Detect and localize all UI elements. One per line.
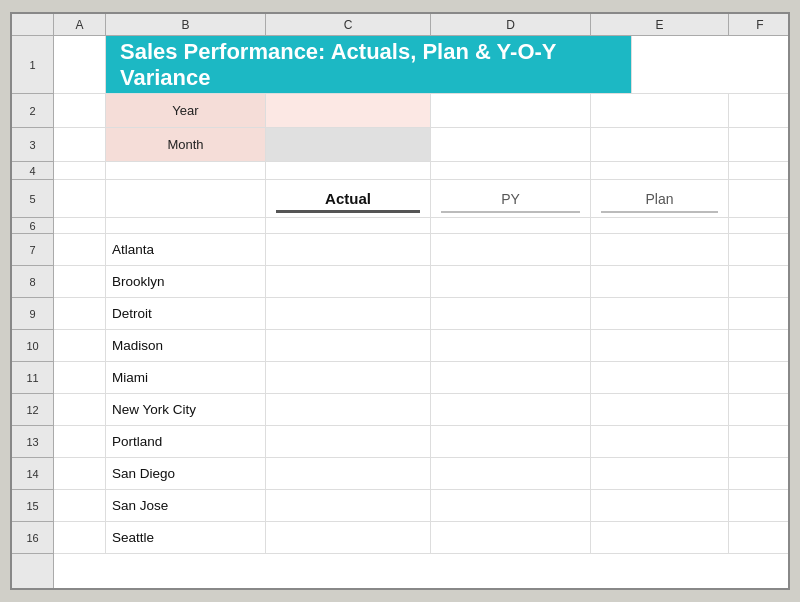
cell-5a: [54, 180, 106, 217]
cell-14d: [431, 458, 591, 489]
plan-underline: [601, 211, 718, 213]
cell-6e: [591, 218, 729, 233]
cell-13a: [54, 426, 106, 457]
row-numbers: 1 2 3 4 5 6 7 8 9 10 11 12 13 14 15 16: [12, 36, 54, 588]
row-15: San Jose: [54, 490, 790, 522]
year-label-text: Year: [172, 103, 198, 118]
row-num-15: 15: [12, 490, 53, 522]
row-num-10: 10: [12, 330, 53, 362]
row-num-3: 3: [12, 128, 53, 162]
cell-11c: [266, 362, 431, 393]
cell-12f: [729, 394, 790, 425]
cell-8a: [54, 266, 106, 297]
month-label: Month: [106, 128, 266, 161]
cell-4c: [266, 162, 431, 179]
cell-9c: [266, 298, 431, 329]
plan-header: Plan: [591, 180, 729, 217]
cell-11d: [431, 362, 591, 393]
cell-11f: [729, 362, 790, 393]
cell-3a: [54, 128, 106, 161]
cell-8f: [729, 266, 790, 297]
cell-7e: [591, 234, 729, 265]
cell-4b: [106, 162, 266, 179]
cell-6b: [106, 218, 266, 233]
cell-7d: [431, 234, 591, 265]
cell-12e: [591, 394, 729, 425]
city-new-york: New York City: [106, 394, 266, 425]
cell-9e: [591, 298, 729, 329]
cell-2e: [591, 94, 729, 127]
py-header: PY: [431, 180, 591, 217]
cell-3e: [591, 128, 729, 161]
cell-12d: [431, 394, 591, 425]
cell-6c: [266, 218, 431, 233]
cell-9f: [729, 298, 790, 329]
cell-7a: [54, 234, 106, 265]
cell-14e: [591, 458, 729, 489]
col-header-b: B: [106, 14, 266, 35]
col-header-f: F: [729, 14, 790, 35]
row-10: Madison: [54, 330, 790, 362]
actual-label: Actual: [325, 190, 371, 207]
cell-14c: [266, 458, 431, 489]
grid-content: Sales Performance: Actuals, Plan & Y-O-Y…: [54, 36, 790, 588]
cell-16d: [431, 522, 591, 553]
cell-12c: [266, 394, 431, 425]
cell-8d: [431, 266, 591, 297]
plan-label: Plan: [645, 191, 673, 207]
column-headers: A B C D E F: [12, 14, 788, 36]
cell-5f: [729, 180, 790, 217]
cell-2a: [54, 94, 106, 127]
city-portland: Portland: [106, 426, 266, 457]
cell-13d: [431, 426, 591, 457]
spreadsheet-title: Sales Performance: Actuals, Plan & Y-O-Y…: [120, 39, 617, 91]
city-detroit: Detroit: [106, 298, 266, 329]
cell-16a: [54, 522, 106, 553]
row-4: [54, 162, 790, 180]
row-13: Portland: [54, 426, 790, 458]
row-7: Atlanta: [54, 234, 790, 266]
row-num-14: 14: [12, 458, 53, 490]
cell-10e: [591, 330, 729, 361]
cell-2f: [729, 94, 790, 127]
cell-15d: [431, 490, 591, 521]
row-5: Actual PY Plan: [54, 180, 790, 218]
year-label: Year: [106, 94, 266, 127]
cell-4f: [729, 162, 790, 179]
cell-12a: [54, 394, 106, 425]
spreadsheet: A B C D E F 1 2 3 4 5 6 7 8 9 10 11 12 1…: [10, 12, 790, 590]
row-1: Sales Performance: Actuals, Plan & Y-O-Y…: [54, 36, 790, 94]
year-input[interactable]: [266, 94, 431, 127]
city-seattle: Seattle: [106, 522, 266, 553]
cell-14a: [54, 458, 106, 489]
cell-10f: [729, 330, 790, 361]
row-num-8: 8: [12, 266, 53, 298]
cell-13e: [591, 426, 729, 457]
cell-8e: [591, 266, 729, 297]
cell-6f: [729, 218, 790, 233]
cell-15f: [729, 490, 790, 521]
cell-15c: [266, 490, 431, 521]
cell-16c: [266, 522, 431, 553]
title-cell: Sales Performance: Actuals, Plan & Y-O-Y…: [106, 36, 632, 93]
cell-9d: [431, 298, 591, 329]
month-input[interactable]: [266, 128, 431, 161]
row-9: Detroit: [54, 298, 790, 330]
city-san-jose: San Jose: [106, 490, 266, 521]
city-madison: Madison: [106, 330, 266, 361]
city-atlanta: Atlanta: [106, 234, 266, 265]
cell-10c: [266, 330, 431, 361]
cell-6d: [431, 218, 591, 233]
col-header-c: C: [266, 14, 431, 35]
cell-7c: [266, 234, 431, 265]
cell-1a: [54, 36, 106, 93]
cell-8c: [266, 266, 431, 297]
row-num-5: 5: [12, 180, 53, 218]
cell-4e: [591, 162, 729, 179]
row-num-6: 6: [12, 218, 53, 234]
cell-11e: [591, 362, 729, 393]
row-num-2: 2: [12, 94, 53, 128]
row-14: San Diego: [54, 458, 790, 490]
cell-7f: [729, 234, 790, 265]
row-2: Year: [54, 94, 790, 128]
